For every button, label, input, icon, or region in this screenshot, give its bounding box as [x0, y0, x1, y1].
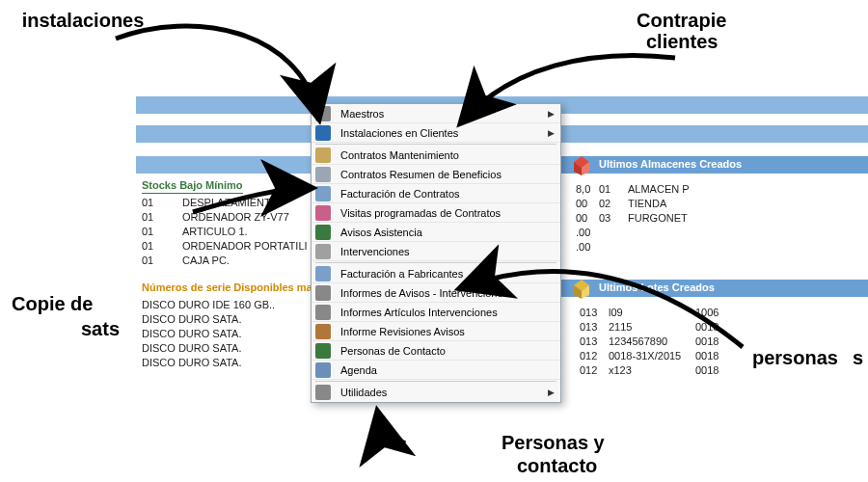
arrow-1	[0, 0, 868, 482]
